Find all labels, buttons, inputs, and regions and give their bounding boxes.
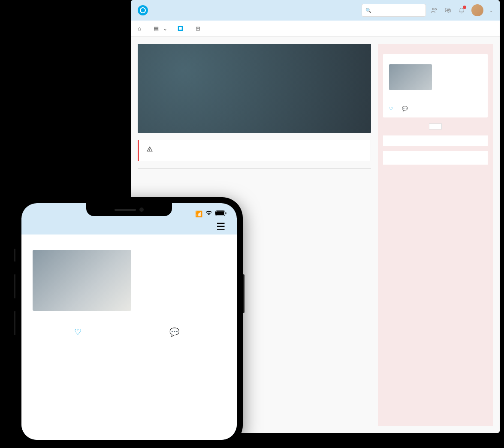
more-news-button[interactable] bbox=[429, 123, 442, 129]
svg-point-0 bbox=[432, 8, 435, 10]
nav-directory[interactable]: ⊞ bbox=[196, 25, 202, 32]
phone-notch bbox=[86, 203, 172, 216]
dropdown-caret-icon[interactable]: ⌄ bbox=[489, 8, 493, 13]
bell-icon[interactable] bbox=[458, 6, 465, 14]
battery-icon bbox=[215, 210, 226, 217]
comment-icon: 💬 bbox=[169, 327, 180, 337]
prevent-card bbox=[383, 151, 488, 165]
like-button[interactable]: ♡ bbox=[389, 106, 393, 111]
news-stats bbox=[389, 97, 482, 102]
search-box[interactable]: 🔍 bbox=[362, 4, 426, 17]
people-icon[interactable] bbox=[430, 6, 438, 14]
phone-thumbnail bbox=[33, 250, 131, 311]
svg-point-1 bbox=[435, 9, 437, 10]
faq-list bbox=[138, 168, 371, 169]
comment-button[interactable]: 💬 bbox=[402, 106, 408, 111]
notification-badge bbox=[463, 6, 466, 9]
avatar[interactable] bbox=[471, 4, 483, 16]
news-card: ♡ 💬 bbox=[383, 54, 488, 117]
phone-article-body bbox=[33, 250, 226, 313]
notice-box bbox=[138, 140, 371, 161]
heart-icon: ♡ bbox=[74, 327, 81, 337]
search-input[interactable] bbox=[374, 8, 422, 13]
logo-icon[interactable] bbox=[138, 5, 148, 15]
nav-home[interactable]: ⌂ bbox=[138, 25, 143, 32]
menu-icon[interactable]: ☰ bbox=[216, 221, 226, 233]
phone-header: ☰ bbox=[21, 217, 237, 235]
sidebar: ♡ 💬 bbox=[378, 44, 493, 426]
navbar: ⌂ ▤ ⌄ 🞐 ⊞ bbox=[131, 21, 500, 37]
phone-like-button[interactable]: ♡ bbox=[74, 327, 86, 337]
warning-icon bbox=[147, 146, 153, 152]
news-icon: ▤ bbox=[154, 25, 159, 32]
phone-comment-button[interactable]: 💬 bbox=[169, 327, 184, 337]
svg-rect-4 bbox=[216, 211, 224, 215]
chat-icon[interactable] bbox=[444, 6, 452, 14]
wifi-icon bbox=[205, 210, 213, 217]
chevron-down-icon: ⌄ bbox=[163, 26, 167, 32]
briefcase-icon: 🞐 bbox=[178, 25, 183, 32]
contact-card bbox=[383, 135, 488, 146]
svg-rect-5 bbox=[226, 212, 226, 214]
search-icon: 🔍 bbox=[365, 8, 371, 13]
home-icon: ⌂ bbox=[138, 25, 141, 32]
directory-icon: ⊞ bbox=[196, 25, 200, 32]
phone-mockup: 📶 ☰ bbox=[15, 197, 243, 446]
svg-point-2 bbox=[150, 150, 150, 151]
signal-icon: 📶 bbox=[195, 210, 202, 217]
news-thumbnail bbox=[389, 64, 432, 90]
hero-banner bbox=[138, 44, 371, 133]
nav-news[interactable]: ▤ ⌄ bbox=[154, 25, 167, 32]
nav-healthcare[interactable]: 🞐 bbox=[178, 25, 185, 32]
topbar: 🔍 ⌄ bbox=[131, 0, 500, 21]
